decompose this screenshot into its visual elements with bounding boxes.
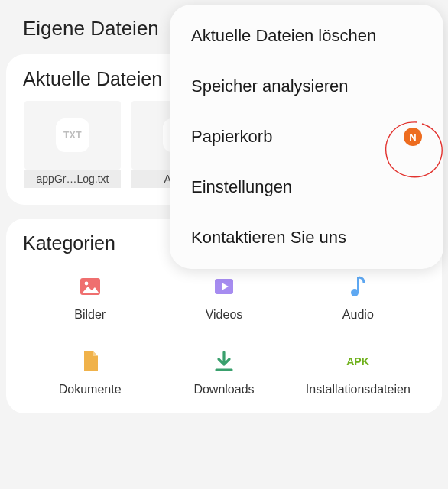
- menu-analyze-storage[interactable]: Speicher analysieren: [170, 61, 443, 112]
- document-icon: [76, 348, 104, 375]
- category-downloads[interactable]: Downloads: [157, 348, 291, 397]
- menu-trash[interactable]: Papierkorb N: [170, 112, 443, 162]
- download-icon: [210, 348, 238, 375]
- menu-clear-recent[interactable]: Aktuelle Dateien löschen: [170, 11, 443, 61]
- category-label: Downloads: [193, 383, 254, 397]
- category-label: Dokumente: [59, 383, 122, 397]
- svg-point-1: [84, 282, 88, 286]
- category-apk[interactable]: APK Installationsdateien: [291, 348, 425, 397]
- menu-item-label: Einstellungen: [191, 177, 292, 197]
- svg-text:APK: APK: [346, 355, 370, 368]
- menu-item-label: Speicher analysieren: [191, 76, 348, 96]
- category-label: Audio: [342, 308, 374, 322]
- menu-item-label: Aktuelle Dateien löschen: [191, 26, 376, 46]
- txt-icon: TXT: [56, 118, 89, 152]
- menu-item-label: Kontaktieren Sie uns: [191, 228, 346, 248]
- category-videos[interactable]: Videos: [157, 273, 291, 322]
- file-item[interactable]: TXT appGr…Log.txt: [23, 101, 122, 188]
- category-label: Videos: [206, 308, 243, 322]
- menu-contact-us[interactable]: Kontaktieren Sie uns: [170, 212, 443, 263]
- menu-settings[interactable]: Einstellungen: [170, 162, 443, 212]
- category-images[interactable]: Bilder: [23, 273, 157, 322]
- apk-icon: APK: [344, 348, 372, 375]
- category-audio[interactable]: Audio: [291, 273, 425, 322]
- menu-item-label: Papierkorb: [191, 127, 272, 147]
- video-icon: [210, 273, 238, 300]
- overflow-menu: Aktuelle Dateien löschen Speicher analys…: [170, 5, 443, 269]
- file-thumbnail: TXT: [24, 101, 121, 170]
- file-name: appGr…Log.txt: [24, 170, 121, 188]
- categories-grid: Bilder Videos Audio Dokumente Downloads: [23, 265, 425, 397]
- new-badge: N: [404, 128, 422, 146]
- category-documents[interactable]: Dokumente: [23, 348, 157, 397]
- audio-icon: [344, 273, 372, 300]
- category-label: Installationsdateien: [306, 383, 411, 397]
- category-label: Bilder: [74, 308, 106, 322]
- svg-rect-4: [357, 277, 359, 293]
- image-icon: [76, 273, 104, 300]
